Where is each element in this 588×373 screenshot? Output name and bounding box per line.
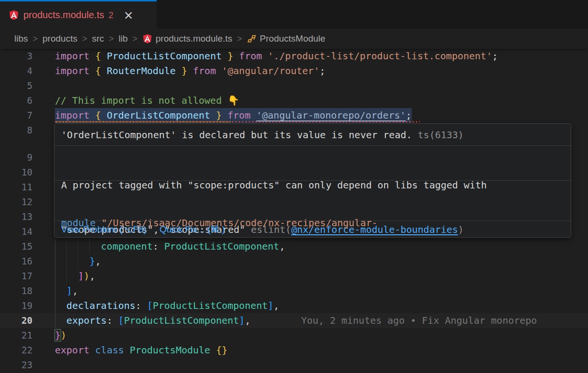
code-token: } xyxy=(55,329,61,341)
ts-error-text: 'OrderListComponent' is declared but its… xyxy=(61,129,412,141)
code-token: ProductListComponent xyxy=(107,50,222,62)
line-number: 13 xyxy=(0,209,32,224)
code-token xyxy=(176,65,182,77)
indent-guide xyxy=(55,239,55,254)
line-number: 7 xyxy=(0,108,32,123)
code-token: './product-list/product-list.component' xyxy=(268,50,492,62)
breadcrumb-separator-icon: > xyxy=(33,34,38,44)
line-number: 11 xyxy=(0,180,32,195)
line-number: 21 xyxy=(0,328,32,343)
tab-problem-badge: 2 xyxy=(108,10,114,21)
line-content: import { ProductListComponent } from './… xyxy=(55,49,588,64)
line-number: 6 xyxy=(0,93,32,108)
code-token xyxy=(250,110,256,121)
code-token xyxy=(216,65,222,77)
tab-products-module[interactable]: products.module.ts 2 × xyxy=(0,0,157,29)
code-token: } xyxy=(216,110,222,121)
code-token xyxy=(262,50,268,62)
tab-title: products.module.ts xyxy=(23,10,104,21)
breadcrumb: libs>products>src>lib>products.module.ts… xyxy=(0,29,588,49)
code-line-3[interactable]: 3import { ProductListComponent } from '.… xyxy=(0,49,588,64)
code-token xyxy=(187,65,193,77)
code-token: , xyxy=(245,315,250,326)
line-number: 22 xyxy=(0,343,32,358)
code-token: ProductListComponent xyxy=(153,300,268,311)
git-blame-annotation: You, 2 minutes ago • Fix Angular monorep… xyxy=(250,315,537,326)
code-token xyxy=(89,344,95,356)
indent-guide xyxy=(55,254,55,269)
code-token: } xyxy=(89,255,95,267)
code-line-15[interactable]: 15 component: ProductListComponent, xyxy=(0,239,588,254)
code-token: 👇 xyxy=(227,95,239,106)
code-token: ProductListComponent xyxy=(164,241,279,252)
line-content: ], xyxy=(55,284,588,298)
line-content xyxy=(55,358,588,373)
code-line-22[interactable]: 22export class ProductsModule {} xyxy=(0,343,588,358)
code-line-5[interactable]: 5 xyxy=(0,78,588,93)
code-token: import xyxy=(55,65,89,77)
code-token: exports xyxy=(66,315,107,326)
code-token: ; xyxy=(406,110,412,121)
code-line-18[interactable]: 18 ], xyxy=(0,284,588,298)
line-number: 12 xyxy=(0,195,32,209)
breadcrumb-item-libs[interactable]: libs xyxy=(14,33,28,44)
line-content: declarations: [ProductListComponent], xyxy=(55,298,588,313)
code-token xyxy=(222,110,227,121)
code-token xyxy=(210,110,216,121)
code-token: ProductListComponent xyxy=(124,315,239,326)
code-line-7[interactable]: 7import { OrderListComponent } from '@an… xyxy=(0,108,588,123)
breadcrumb-label: lib xyxy=(118,33,128,44)
breadcrumb-item-src[interactable]: src xyxy=(92,33,104,44)
code-line-6[interactable]: 6// This import is not allowed 👇 xyxy=(0,93,588,108)
breadcrumb-item-productsmodule[interactable]: ProductsModule xyxy=(247,33,325,44)
code-line-17[interactable]: 17 ]), xyxy=(0,269,588,284)
line-number: 8 xyxy=(0,123,32,138)
indent-guide xyxy=(55,284,55,298)
line-content: ]), xyxy=(55,269,588,284)
code-token: from xyxy=(227,110,250,121)
line-number: 3 xyxy=(0,49,32,64)
code-token: } xyxy=(227,50,233,62)
tab-bar: products.module.ts 2 × xyxy=(0,0,588,29)
eslint-error-message: A project tagged with "scope:products" c… xyxy=(54,146,571,181)
code-line-23[interactable]: 23 xyxy=(0,358,588,373)
indent-guide xyxy=(55,269,55,284)
ts-error-code: ts(6133) xyxy=(412,129,464,141)
close-icon[interactable]: × xyxy=(124,9,134,21)
code-line-16[interactable]: 16 }, xyxy=(0,254,588,269)
breadcrumb-item-products-module-ts[interactable]: products.module.ts xyxy=(142,33,233,44)
line-content: }) xyxy=(55,328,588,343)
breadcrumb-item-products[interactable]: products xyxy=(43,33,77,44)
code-token: ] xyxy=(239,315,245,326)
warning-squiggle-underline xyxy=(55,121,231,122)
breadcrumb-item-lib[interactable]: lib xyxy=(118,33,128,44)
code-token: ] xyxy=(66,285,72,296)
code-token xyxy=(210,344,216,356)
breadcrumb-label: products.module.ts xyxy=(156,33,233,44)
line-content: export class ProductsModule {} xyxy=(55,343,588,358)
code-token: : xyxy=(153,241,164,252)
line-number: 19 xyxy=(0,298,32,313)
code-token: [ xyxy=(147,300,153,311)
line-number: 18 xyxy=(0,284,32,298)
view-problem-action[interactable]: View Problem (⌥F8) xyxy=(61,224,147,235)
code-line-4[interactable]: 4import { RouterModule } from '@angular/… xyxy=(0,64,588,78)
indent-guide xyxy=(55,313,55,328)
code-token: , xyxy=(89,270,95,282)
code-token xyxy=(55,285,66,296)
ts-error-message: 'OrderListComponent' is declared but its… xyxy=(54,124,571,146)
quick-fix-action[interactable]: Quick Fix... (⌘.) xyxy=(160,224,225,235)
line-number: 4 xyxy=(0,64,32,78)
class-icon xyxy=(247,34,257,44)
indent-guide xyxy=(89,239,90,254)
code-line-20[interactable]: 20 exports: [ProductListComponent],You, … xyxy=(0,313,588,328)
code-token: { xyxy=(95,50,101,62)
indent-guide xyxy=(66,239,67,254)
code-line-21[interactable]: 21}) xyxy=(0,328,588,343)
code-token xyxy=(89,110,95,121)
code-token xyxy=(233,50,239,62)
code-line-19[interactable]: 19 declarations: [ProductListComponent], xyxy=(0,298,588,313)
line-number: 20 xyxy=(0,313,32,328)
code-token: OrderListComponent xyxy=(107,110,210,121)
indent-guide xyxy=(55,298,55,313)
